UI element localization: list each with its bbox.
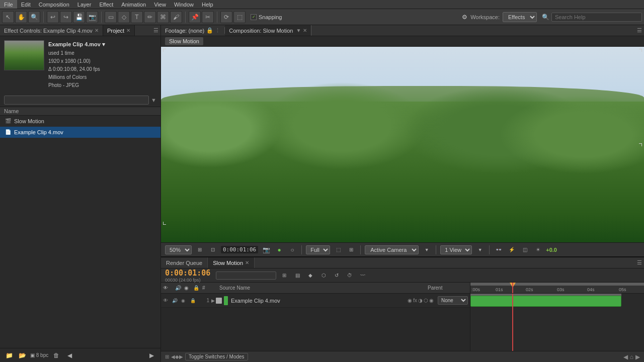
snapshot-btn[interactable]: 📷 [86,11,98,23]
menu-window[interactable]: Window [170,0,198,9]
tab-effect-controls[interactable]: Effect Controls: Example Clip 4.mov ✕ [0,25,103,36]
layer-solo-icon[interactable]: ◉ [408,298,412,303]
tl-expression-btn[interactable]: ⬡ [318,270,329,281]
exposure-btn[interactable]: ☀ [533,245,543,255]
layer-audio-btn[interactable]: 🔊 [172,298,179,303]
menu-layer[interactable]: Layer [73,0,96,9]
view-dropdown-arrow[interactable]: ▼ [475,245,485,255]
tl-options-menu[interactable]: ☰ [637,259,644,266]
cam-orbit[interactable]: ⟳ [220,11,232,23]
fast-preview-btn[interactable]: ⚡ [507,245,517,255]
layer-parent-dropdown[interactable]: None [438,296,468,305]
tl-time-btn[interactable]: ⏱ [345,270,355,281]
comp-tab-close[interactable]: ✕ [303,28,307,33]
ruler-0s: :00s [471,287,480,292]
pin-tool[interactable]: 📌 [189,11,201,23]
menu-help[interactable]: Help [198,0,217,9]
redo-btn[interactable]: ↪ [60,11,72,23]
footage-lock-icon[interactable]: 🔒 [206,27,213,34]
tab-render-queue[interactable]: Render Queue [161,257,207,268]
effect-controls-close[interactable]: ✕ [95,28,99,33]
shape-tool[interactable]: ◇ [118,11,130,23]
project-search-input[interactable] [4,96,149,105]
fast-preview-icon[interactable]: ⬚ [333,245,343,255]
text-tool[interactable]: T [131,11,143,23]
fit-icon[interactable]: ⊞ [195,245,205,255]
toggle-switches-modes[interactable]: Toggle Switches / Modes [185,353,248,360]
selection-tool[interactable]: ↖ [2,11,14,23]
menu-animation[interactable]: Animation [117,0,150,9]
layer-shy-icon[interactable]: ◉ [429,298,434,303]
tl-compose-icon[interactable]: ⊞ [165,354,169,359]
camera-dropdown[interactable]: Active Camera [365,245,419,254]
roto-tool[interactable]: ✂ [202,11,214,23]
view-dropdown[interactable]: 1 View [440,245,472,254]
quality-dropdown[interactable]: Full [306,245,330,254]
viewer-options-menu[interactable]: ☰ [637,27,644,34]
corner-mr [639,143,642,146]
menu-edit[interactable]: Edit [17,0,35,9]
layer-3d-icon[interactable]: ⬡ [424,298,428,303]
menu-effect[interactable]: Effect [95,0,117,9]
pen-tool[interactable]: ✏ [144,11,156,23]
project-item-slow-motion[interactable]: 🎬 Slow Motion [0,116,160,127]
project-bottom-bar: 📁 📂 ▣ 8 bpc 🗑 ◀ ▶ [0,348,160,362]
color-picker-icon[interactable]: ● [274,245,284,255]
workspace-dropdown[interactable]: Effects [503,12,537,22]
layer-motion-blur-icon[interactable]: ◑ [418,298,423,303]
snapshot-camera-icon[interactable]: 📷 [261,245,271,255]
timeline-search-input[interactable] [216,272,276,280]
open-item-btn[interactable]: 📂 [17,350,27,360]
3d-glasses-icon[interactable]: 👓 [494,245,504,255]
brush-tool[interactable]: 🖌 [170,11,182,23]
new-folder-btn[interactable]: 📁 [4,350,14,360]
clip-bar[interactable] [470,296,621,307]
layer-fx-icon[interactable]: fx [413,298,417,303]
transparency-btn[interactable]: ◫ [520,245,530,255]
grid-icon[interactable]: ⊞ [346,245,356,255]
layer-label-color[interactable] [216,298,222,304]
snapping-checkbox[interactable] [251,14,257,20]
footage-menu-icon[interactable]: ⋮ [215,27,220,34]
project-close[interactable]: ✕ [126,28,130,33]
zoom-dropdown[interactable]: 50% [165,245,192,254]
layer-lock-btn[interactable]: 🔒 [190,298,197,303]
pixel-aspect-icon[interactable]: ⊡ [208,245,218,255]
menu-composition[interactable]: Composition [35,0,73,9]
comp-dropdown-icon[interactable]: ▼ [296,28,301,33]
alpha-icon[interactable]: ○ [287,245,297,255]
project-item-example-clip[interactable]: 📄 Example Clip 4.mov [0,127,160,138]
rect-tool[interactable]: ▭ [105,11,117,23]
hand-tool[interactable]: ✋ [15,11,27,23]
tl-scroll-right[interactable]: ▶ [635,353,640,360]
tl-loop-btn[interactable]: ↺ [332,270,342,281]
cam-pan[interactable]: ⬚ [233,11,246,23]
menu-view[interactable]: View [150,0,170,9]
undo-btn[interactable]: ↩ [47,11,59,23]
delete-btn[interactable]: 🗑 [51,350,61,360]
search-help-input[interactable] [551,13,642,22]
tl-keyframe-nav[interactable]: ◀◆▶ [171,354,183,359]
layer-vis-btn[interactable]: 👁 [163,298,170,303]
tl-layer-btn[interactable]: ▤ [292,270,302,281]
comp-viewer-tab[interactable]: Composition: Slow Motion ▼ ✕ [225,25,311,36]
menu-file[interactable]: File [0,0,17,9]
layer-solo-btn[interactable]: ◉ [181,298,188,303]
tab-slow-motion[interactable]: Slow Motion ✕ [207,257,255,268]
save-btn[interactable]: 💾 [73,11,85,23]
tl-home[interactable]: ⌂ [630,353,633,360]
camera-dropdown-arrow[interactable]: ▼ [422,245,432,255]
tl-comp-btn[interactable]: ⊞ [279,270,289,281]
prev-btn[interactable]: ◀ [64,350,74,360]
tl-layer-row[interactable]: 👁 🔊 ◉ 🔒 1 ▶ Example Clip 4.mov [161,294,470,308]
panel-menu-icon[interactable]: ☰ [153,27,160,34]
next-btn[interactable]: ▶ [146,350,156,360]
tl-scroll-left[interactable]: ◀ [623,353,628,360]
tl-motion-btn[interactable]: 〰 [358,270,368,281]
clone-tool[interactable]: ⌘ [157,11,169,23]
zoom-tool[interactable]: 🔍 [28,11,40,23]
search-options-icon[interactable]: ▼ [151,97,156,103]
tl-tab-close[interactable]: ✕ [245,260,249,265]
tl-keyframe-btn[interactable]: ◆ [305,270,315,281]
tab-project[interactable]: Project ✕ [103,25,135,36]
